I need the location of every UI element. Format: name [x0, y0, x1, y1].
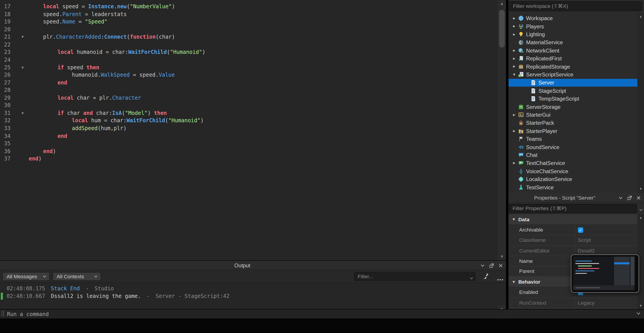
code-text[interactable]: local char = plr.Character — [29, 94, 506, 102]
line-number[interactable]: 17 — [0, 3, 16, 10]
explorer-scrollbar[interactable]: ▲ ▼ — [638, 13, 644, 193]
chevron-collapsed-icon[interactable]: ▶ — [511, 57, 518, 60]
code-line[interactable]: 35 — [0, 140, 506, 148]
code-text[interactable]: addSpeed(hum,plr) — [29, 125, 506, 132]
code-line[interactable]: 32local hum = char:WaitForChild("Humanoi… — [0, 117, 506, 125]
chevron-down-icon[interactable] — [639, 207, 643, 214]
code-line[interactable]: 36end) — [0, 148, 506, 155]
output-line[interactable]: 02:48:10.667Dssall2 is leaving the game.… — [0, 292, 506, 300]
line-number[interactable]: 30 — [0, 102, 16, 109]
code-line[interactable]: 21▼plr.CharacterAdded:Connect(function(c… — [0, 33, 506, 41]
chevron-collapsed-icon[interactable]: ▶ — [511, 65, 518, 68]
code-line[interactable]: 28 — [0, 87, 506, 94]
properties-filter-input[interactable] — [509, 204, 637, 213]
line-number[interactable]: 22 — [0, 41, 16, 48]
code-text[interactable]: if char and char:IsA("Model") then — [29, 109, 506, 117]
code-line[interactable]: 33addSpeed(hum,plr) — [0, 125, 506, 132]
code-line[interactable]: 34end — [0, 132, 506, 140]
scroll-up-icon[interactable]: ▲ — [498, 1, 506, 7]
explorer-item-serverstorage[interactable]: ServerStorage — [508, 103, 638, 111]
code-text[interactable]: end — [29, 132, 506, 140]
properties-float-window-icon[interactable] — [627, 195, 632, 201]
drag-grip-icon[interactable] — [1, 310, 5, 318]
line-number[interactable]: 32 — [0, 117, 16, 125]
explorer-item-starterplayer[interactable]: ▶StarterPlayer — [508, 127, 638, 135]
code-text[interactable] — [29, 87, 506, 94]
scroll-down-icon[interactable]: ▼ — [638, 186, 644, 191]
chevron-collapsed-icon[interactable]: ▶ — [511, 33, 518, 36]
explorer-item-serverscriptservice[interactable]: ▼ServerScriptService — [508, 71, 638, 79]
code-text[interactable]: end) — [29, 155, 506, 163]
explorer-item-replicatedstorage[interactable]: ▶ReplicatedStorage — [508, 62, 638, 71]
code-line[interactable]: 27end — [0, 79, 506, 87]
chevron-collapsed-icon[interactable]: ▶ — [511, 129, 518, 133]
explorer-item-startergui[interactable]: ▶StarterGui — [508, 111, 638, 119]
properties-close-icon[interactable] — [636, 195, 642, 201]
all-messages-dropdown[interactable]: All Messages — [2, 272, 50, 281]
code-text[interactable]: speed.Name = "Speed" — [29, 18, 506, 26]
property-value[interactable]: ✓ — [575, 225, 637, 235]
property-section-data[interactable]: ▼Data — [508, 214, 638, 225]
chevron-collapsed-icon[interactable]: ▶ — [511, 25, 518, 28]
code-text[interactable]: end) — [29, 148, 506, 155]
code-line[interactable]: 18speed.Parent = leaderstats — [0, 10, 506, 18]
output-line[interactable]: 02:48:08.175Stack End-Studio — [0, 285, 506, 292]
fold-toggle-icon[interactable]: ▼ — [16, 33, 28, 41]
explorer-item-soundservice[interactable]: SoundService — [508, 143, 638, 151]
code-line[interactable]: 23local humanoid = char:WaitForChild("Hu… — [0, 48, 506, 56]
line-number[interactable]: 37 — [0, 155, 16, 163]
line-number[interactable]: 18 — [0, 10, 16, 18]
explorer-item-lighting[interactable]: ▶Lighting — [508, 30, 638, 38]
explorer-item-localizationservice[interactable]: LocalizationService — [508, 175, 638, 183]
all-contexts-dropdown[interactable]: All Contexts — [52, 272, 101, 281]
explorer-item-materialservice[interactable]: MaterialService — [508, 38, 638, 46]
code-text[interactable]: local speed = Instance.new("NumberValue"… — [29, 3, 506, 10]
code-text[interactable] — [29, 26, 506, 33]
chevron-down-icon[interactable] — [469, 275, 474, 282]
chevron-expanded-icon[interactable]: ▼ — [512, 217, 518, 221]
chevron-expanded-icon[interactable]: ▼ — [511, 73, 518, 76]
code-text[interactable]: if speed then — [29, 64, 506, 71]
code-line[interactable]: 24 — [0, 56, 506, 64]
scroll-down-icon[interactable]: ▼ — [638, 303, 644, 308]
clear-output-broom-icon[interactable] — [482, 273, 490, 282]
explorer-item-testservice[interactable]: TestService — [508, 183, 638, 191]
checkbox-checked-icon[interactable]: ✓ — [578, 228, 583, 233]
explorer-item-starterpack[interactable]: StarterPack — [508, 119, 638, 127]
command-bar[interactable] — [0, 309, 644, 319]
output-filter-input[interactable] — [354, 272, 476, 281]
line-number[interactable]: 21 — [0, 33, 16, 41]
chevron-collapsed-icon[interactable]: ▶ — [511, 49, 518, 52]
code-line[interactable]: 20 — [0, 26, 506, 33]
chevron-expanded-icon[interactable]: ▼ — [512, 280, 518, 284]
fold-toggle-icon[interactable]: ▼ — [16, 109, 28, 117]
line-number[interactable]: 20 — [0, 26, 16, 33]
code-text[interactable] — [29, 140, 506, 148]
line-number[interactable]: 31 — [0, 109, 16, 117]
line-number[interactable]: 28 — [0, 87, 16, 94]
explorer-item-networkclient[interactable]: ▶NetworkClient — [508, 46, 638, 54]
explorer-filter-input[interactable] — [510, 1, 642, 11]
properties-collapse-icon[interactable] — [618, 195, 624, 201]
line-number[interactable]: 36 — [0, 148, 16, 155]
line-number[interactable]: 33 — [0, 125, 16, 132]
screen-pip-thumbnail[interactable] — [571, 255, 639, 293]
line-number[interactable]: 26 — [0, 71, 16, 79]
scroll-up-icon[interactable]: ▲ — [638, 215, 644, 220]
explorer-item-server[interactable]: Server — [508, 79, 638, 87]
code-text[interactable]: plr.CharacterAdded:Connect(function(char… — [29, 33, 506, 41]
line-number[interactable]: 24 — [0, 56, 16, 64]
code-line[interactable]: 31▼if char and char:IsA("Model") then — [0, 109, 506, 117]
scroll-down-icon[interactable]: ▼ — [498, 254, 506, 260]
output-float-window-icon[interactable] — [489, 263, 495, 268]
code-text[interactable]: local hum = char:WaitForChild("Humanoid"… — [29, 117, 506, 125]
explorer-item-players[interactable]: ▶Players — [508, 22, 638, 30]
explorer-item-textchatservice[interactable]: ▶TextChatService — [508, 159, 638, 167]
fold-toggle-icon[interactable]: ▼ — [16, 64, 28, 71]
chevron-down-icon[interactable] — [636, 311, 641, 318]
line-number[interactable]: 29 — [0, 94, 16, 102]
code-text[interactable] — [29, 102, 506, 109]
line-number[interactable]: 19 — [0, 18, 16, 26]
scroll-up-icon[interactable]: ▲ — [638, 14, 644, 19]
explorer-item-teams[interactable]: Teams — [508, 135, 638, 143]
